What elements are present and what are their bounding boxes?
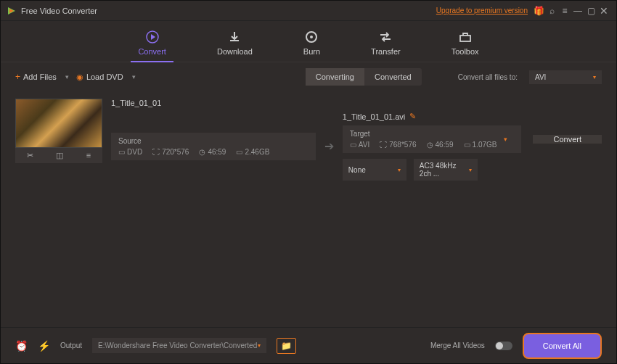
merge-label: Merge All Videos: [430, 342, 485, 349]
file-item: ✂ ◫ ≡ 1_Title_01_01 Source ▭DVD ⛶720*576…: [15, 99, 602, 181]
open-folder-button[interactable]: 📁: [277, 338, 296, 354]
source-meta: ▭DVD ⛶720*576 ◷46:59 ▭2.46GB: [118, 148, 308, 156]
subtitle-select[interactable]: None ▾: [343, 159, 406, 181]
item-body: 1_Title_01_01 Source ▭DVD ⛶720*576 ◷46:5…: [111, 99, 602, 181]
tab-label: Toolbox: [451, 47, 479, 56]
tab-label: Convert: [138, 47, 166, 56]
source-resolution: 720*576: [162, 148, 189, 156]
app-title: Free Video Converter: [21, 7, 436, 15]
target-panel[interactable]: Target ▭AVI ⛶768*576 ◷46:59 ▭1.07GB ▾: [343, 125, 522, 153]
file-icon: ▭: [118, 148, 125, 156]
clock-icon: ◷: [199, 148, 205, 156]
source-panel: Source ▭DVD ⛶720*576 ◷46:59 ▭2.46GB: [111, 133, 316, 160]
tab-label: Transfer: [371, 47, 401, 56]
thumbnail-column: ✂ ◫ ≡: [15, 99, 102, 163]
gpu-icon[interactable]: ⚡: [38, 340, 50, 352]
format-select[interactable]: AVI ▾: [529, 70, 602, 84]
video-thumbnail[interactable]: [15, 99, 102, 148]
add-files-button[interactable]: + Add Files ▾: [15, 72, 69, 82]
target-label: Target: [350, 130, 497, 138]
arrow-right-icon: ➔: [322, 139, 337, 153]
target-filename: 1_Title_01_01.avi: [343, 112, 405, 121]
effects-icon[interactable]: ≡: [86, 151, 91, 160]
toolbox-icon: [458, 30, 473, 44]
chevron-down-icon: ▾: [593, 74, 596, 80]
minimize-icon[interactable]: —: [571, 6, 584, 16]
stream-selects: None ▾ AC3 48kHz 2ch ... ▾: [343, 159, 602, 181]
toolbar: + Add Files ▾ ◉ Load DVD ▾ Converting Co…: [1, 62, 616, 91]
trim-icon[interactable]: ✂: [27, 151, 33, 160]
convert-all-format-label: Convert all files to:: [458, 73, 518, 81]
seg-converted[interactable]: Converted: [364, 68, 422, 86]
tab-label: Burn: [303, 47, 320, 56]
edit-icon[interactable]: ✎: [409, 112, 416, 121]
upgrade-link[interactable]: Upgrade to premium version: [436, 7, 528, 15]
target-filename-row: 1_Title_01_01.avi ✎: [343, 112, 602, 121]
resolution-icon: ⛶: [380, 141, 387, 149]
burn-icon: [304, 30, 319, 44]
load-dvd-button[interactable]: ◉ Load DVD ▾: [76, 73, 136, 82]
chevron-down-icon: ▾: [132, 73, 136, 80]
crop-icon[interactable]: ◫: [56, 151, 63, 160]
chevron-down-icon[interactable]: ▾: [497, 130, 514, 149]
main-tabs: Convert Download Burn Transfer Toolbox: [1, 21, 616, 62]
main-window: Free Video Converter Upgrade to premium …: [0, 0, 617, 364]
subtitle-value: None: [348, 166, 366, 174]
close-icon[interactable]: ✕: [597, 5, 610, 17]
source-label: Source: [118, 137, 308, 145]
footer: ⏰ ⚡ Output E:\Wondershare Free Video Con…: [1, 327, 616, 363]
svg-rect-6: [460, 36, 470, 41]
resolution-icon: ⛶: [152, 148, 160, 156]
audio-value: AC3 48kHz 2ch ...: [420, 162, 469, 178]
gift-icon[interactable]: 🎁: [532, 6, 545, 16]
tab-burn[interactable]: Burn: [296, 27, 327, 62]
tab-convert[interactable]: Convert: [131, 27, 173, 62]
clock-icon: ◷: [427, 141, 433, 149]
target-resolution: 768*576: [389, 141, 416, 149]
menu-icon[interactable]: ≡: [558, 6, 571, 16]
target-column: 1_Title_01_01.avi ✎ Target ▭AVI ⛶768*576: [343, 112, 602, 181]
target-meta: ▭AVI ⛶768*576 ◷46:59 ▭1.07GB: [350, 141, 497, 149]
convert-icon: [145, 30, 160, 44]
plus-icon: +: [15, 72, 20, 82]
app-logo-icon: [7, 6, 17, 16]
titlebar: Free Video Converter Upgrade to premium …: [1, 1, 616, 21]
schedule-icon[interactable]: ⏰: [15, 340, 28, 352]
file-icon: ▭: [350, 141, 356, 149]
disc-icon: ◉: [76, 73, 83, 82]
convert-all-button[interactable]: Convert All: [523, 333, 602, 359]
target-type: AVI: [359, 141, 369, 149]
source-type: DVD: [127, 148, 142, 156]
source-duration: 46:59: [208, 148, 226, 156]
tab-transfer[interactable]: Transfer: [364, 27, 408, 62]
svg-point-5: [310, 36, 313, 38]
format-value: AVI: [535, 73, 546, 81]
source-size: 2.46GB: [245, 148, 269, 156]
chevron-down-icon: ▾: [398, 167, 401, 173]
download-icon: [227, 30, 242, 44]
transfer-icon: [378, 30, 393, 44]
load-dvd-label: Load DVD: [86, 73, 123, 81]
folder-icon: ▭: [236, 148, 242, 156]
status-segment: Converting Converted: [306, 68, 422, 86]
target-duration: 46:59: [436, 141, 454, 149]
convert-button[interactable]: Convert: [533, 135, 602, 144]
audio-select[interactable]: AC3 48kHz 2ch ... ▾: [414, 159, 478, 181]
svg-marker-3: [151, 34, 155, 40]
tab-toolbox[interactable]: Toolbox: [444, 27, 486, 62]
source-filename: 1_Title_01_01: [111, 99, 602, 107]
chevron-down-icon: ▾: [65, 73, 69, 80]
file-list: ✂ ◫ ≡ 1_Title_01_01 Source ▭DVD ⛶720*576…: [1, 91, 616, 327]
seg-converting[interactable]: Converting: [306, 68, 364, 86]
search-icon[interactable]: ⌕: [545, 6, 558, 16]
merge-toggle[interactable]: [495, 342, 512, 350]
target-size: 1.07GB: [473, 141, 497, 149]
output-label: Output: [60, 342, 82, 349]
tab-label: Download: [217, 47, 253, 56]
output-path-select[interactable]: E:\Wondershare Free Video Converter\Conv…: [92, 338, 266, 353]
output-path-value: E:\Wondershare Free Video Converter\Conv…: [98, 342, 257, 349]
tab-download[interactable]: Download: [210, 27, 260, 62]
thumbnail-tools: ✂ ◫ ≡: [15, 148, 102, 163]
chevron-down-icon: ▾: [258, 342, 261, 349]
maximize-icon[interactable]: ▢: [584, 6, 597, 16]
